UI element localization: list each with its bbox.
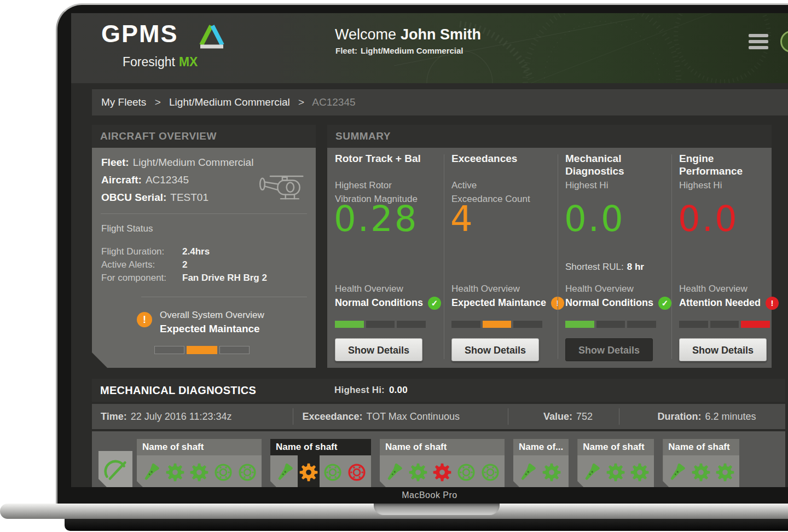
shaft-card-name: Name of shaft <box>663 439 739 455</box>
shaft-card-icons <box>577 455 654 487</box>
summary-card-title: Mechanical Diagnostics <box>565 152 664 177</box>
show-details-button[interactable]: Show Details <box>679 338 767 361</box>
highest-hi: Highest Hi:0.00 <box>334 379 785 402</box>
welcome-prefix: Welcome <box>335 26 396 43</box>
shaft-icon-cell[interactable] <box>383 455 405 487</box>
shaft-icon-cell[interactable] <box>212 455 234 487</box>
shaft-card[interactable]: Name of shaft <box>380 439 505 487</box>
info-time-label: Time: <box>101 411 127 422</box>
health-status: Attention Needed <box>679 297 779 310</box>
shaft-icon-cell[interactable] <box>479 455 501 487</box>
fleet-row: Fleet:Light/Medium Commercial <box>101 157 253 169</box>
shaft-icon-cell[interactable] <box>517 455 538 487</box>
show-details-button[interactable]: Show Details <box>451 338 539 361</box>
summary-metric-value: 0.0 <box>678 200 739 238</box>
summary-metric-value: 0.28 <box>334 200 419 238</box>
shaft-card[interactable]: Name of shaft <box>270 439 371 487</box>
health-status-icon <box>766 297 779 310</box>
shaft-icon-cell[interactable] <box>188 455 210 487</box>
product-suffix: MX <box>179 55 198 69</box>
fleet-value: Light/Medium Commercial <box>361 46 463 55</box>
bar-segment <box>219 346 250 354</box>
summary-card: Exceedances ActiveExceedance Count 4 Hea… <box>444 148 558 368</box>
gear-icon <box>189 462 209 482</box>
shaft-icon-cell[interactable] <box>455 455 477 487</box>
divider <box>141 297 307 297</box>
bar-segment <box>513 321 542 328</box>
obcu-row-value: TEST01 <box>170 192 208 203</box>
health-overview-label: Health Overview <box>451 284 520 294</box>
shaft-card[interactable]: Name of... <box>513 439 569 487</box>
shaft-icon-cell[interactable] <box>322 455 344 487</box>
summary-card-title: Exceedances <box>451 152 550 165</box>
gpms-triangle-icon <box>197 23 227 49</box>
bar-segment <box>565 321 594 328</box>
app-screen: GPMS ForesightMX WelcomeJohn Smith Fleet… <box>71 13 788 487</box>
health-status-icon <box>428 297 441 310</box>
shaft-icon <box>275 462 294 482</box>
overall-system-title: Overall System Overview <box>160 310 264 321</box>
shaft-icon-cell[interactable] <box>298 455 320 487</box>
breadcrumb-fleet[interactable]: Light/Medium Commercial <box>169 96 290 108</box>
shaft-card-icons <box>663 455 739 487</box>
shaft-card-name: Name of shaft <box>577 439 654 455</box>
show-details-button[interactable]: Show Details <box>335 338 422 361</box>
active-alerts-value: 2 <box>182 259 187 270</box>
shaft-icon <box>667 462 687 482</box>
summary-card: Engine Performance Highest Hi 0.0 Health… <box>671 148 772 368</box>
summary-cards: Rotor Track + Bal Highest RotorVibration… <box>327 148 772 368</box>
bar-segment <box>335 321 364 328</box>
user-name: John Smith <box>401 26 481 43</box>
bearing-icon <box>323 462 343 482</box>
shaft-card[interactable]: Name of shaft <box>137 439 262 487</box>
shaft-icon-cell[interactable] <box>581 455 602 487</box>
shaft-icon-cell[interactable] <box>431 455 453 487</box>
gauge-tile[interactable] <box>99 451 132 487</box>
breadcrumb-separator: > <box>298 96 304 108</box>
info-duration-label: Duration: <box>657 411 701 422</box>
shaft-icon-cell[interactable] <box>164 455 186 487</box>
bar-segment <box>710 321 739 328</box>
shaft-icon-cell[interactable] <box>346 455 368 487</box>
gear-icon <box>606 462 625 482</box>
health-status: Normal Conditions <box>335 297 441 310</box>
shaft-icon-cell[interactable] <box>666 455 688 487</box>
shaft-card-name: Name of shaft <box>380 439 505 455</box>
breadcrumb-aircraft: AC12345 <box>312 96 355 108</box>
shaft-icon-cell[interactable] <box>690 455 712 487</box>
health-overview-label: Health Overview <box>335 284 403 294</box>
for-component-value: Fan Drive RH Brg 2 <box>182 273 267 284</box>
info-value: Value:752 <box>508 408 619 425</box>
aircraft-overview-title: AIRCRAFT OVERVIEW <box>92 125 316 148</box>
summary-extra-value: 8 hr <box>627 262 644 272</box>
summary-metric-value: 0.0 <box>564 200 625 238</box>
bearing-icon <box>456 462 476 482</box>
shaft-icon-cell[interactable] <box>605 455 627 487</box>
menu-icon[interactable] <box>749 34 768 49</box>
shaft-icon-cell[interactable] <box>140 455 162 487</box>
fleet-row-value: Light/Medium Commercial <box>133 157 254 168</box>
helicopter-icon <box>257 172 307 204</box>
info-exceedance: Exceedance:TOT Max Continuous <box>293 408 508 425</box>
shaft-icon-cell[interactable] <box>407 455 429 487</box>
brand-wordmark: GPMS <box>101 20 178 48</box>
shaft-card[interactable]: Name of shaft <box>663 439 739 487</box>
health-bar <box>679 321 770 328</box>
shaft-icon <box>141 462 161 482</box>
shaft-card[interactable]: Name of shaft <box>577 439 654 487</box>
info-duration: Duration:6.2 minutes <box>619 408 785 425</box>
bar-segment <box>679 321 708 328</box>
shaft-icon-cell[interactable] <box>541 455 563 487</box>
shaft-card-name: Name of shaft <box>137 439 262 455</box>
shaft-icon-cell[interactable] <box>274 455 296 487</box>
bar-segment <box>366 321 395 328</box>
show-details-button[interactable]: Show Details <box>565 338 653 361</box>
shaft-icon-cell[interactable] <box>236 455 258 487</box>
gear-icon <box>691 462 711 482</box>
shaft-icon-cell[interactable] <box>714 455 736 487</box>
info-value-label: Value: <box>543 411 572 422</box>
shaft-icon-cell[interactable] <box>629 455 651 487</box>
info-time-value: 22 July 2016 11:23:34z <box>131 411 232 422</box>
breadcrumb-my-fleets[interactable]: My Fleets <box>101 96 146 108</box>
summary-card: Rotor Track + Bal Highest RotorVibration… <box>327 148 444 368</box>
